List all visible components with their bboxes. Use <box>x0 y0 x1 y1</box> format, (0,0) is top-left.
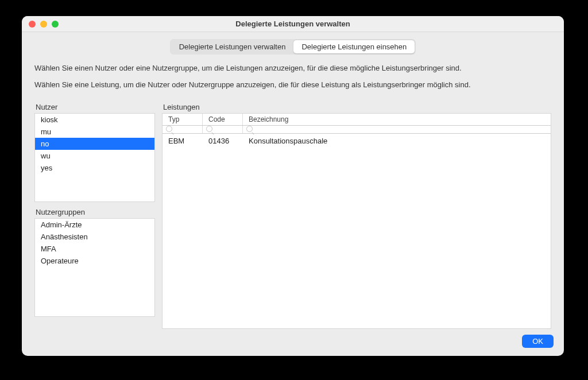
window-title: Delegierte Leistungen verwalten <box>22 20 564 28</box>
group-row[interactable]: Admin-Ärzte <box>35 219 154 231</box>
col-header-bezeichnung[interactable]: Bezeichnung <box>243 114 551 125</box>
groups-section: Nutzergruppen Admin-Ärzte Anästhesisten … <box>34 208 155 317</box>
user-row[interactable]: wu <box>35 150 154 162</box>
user-row[interactable]: no <box>35 138 154 150</box>
table-filter-row <box>163 126 551 134</box>
dialog-window: Delegierte Leistungen verwalten Delegier… <box>22 16 564 356</box>
user-row[interactable]: yes <box>35 162 154 174</box>
traffic-lights <box>29 21 59 28</box>
ok-button[interactable]: OK <box>522 335 554 348</box>
users-listbox[interactable]: kiosk mu no wu yes <box>34 113 155 202</box>
right-column: Leistungen Typ Code Bezeichnung EBM 0143… <box>162 103 551 329</box>
filter-bezeichnung[interactable] <box>243 126 551 133</box>
col-header-typ[interactable]: Typ <box>163 114 203 125</box>
users-label: Nutzer <box>34 103 155 111</box>
close-icon[interactable] <box>29 21 36 28</box>
groups-label: Nutzergruppen <box>34 208 155 216</box>
group-row[interactable]: MFA <box>35 243 154 255</box>
instruction-line-2: Wählen Sie eine Leistung, um die Nutzer … <box>34 80 551 89</box>
cell-typ: EBM <box>163 137 203 145</box>
left-column: Nutzer kiosk mu no wu yes Nutzergruppen … <box>34 103 155 329</box>
col-header-code[interactable]: Code <box>203 114 243 125</box>
dialog-footer: OK <box>22 329 564 356</box>
services-table: Typ Code Bezeichnung EBM 01436 Konsultat… <box>162 113 551 329</box>
cell-code: 01436 <box>203 137 243 145</box>
minimize-icon[interactable] <box>40 21 47 28</box>
group-row[interactable]: Operateure <box>35 255 154 267</box>
tab-view[interactable]: Delegierte Leistungen einsehen <box>293 40 415 53</box>
user-row[interactable]: mu <box>35 126 154 138</box>
titlebar: Delegierte Leistungen verwalten <box>22 16 564 32</box>
main-area: Nutzer kiosk mu no wu yes Nutzergruppen … <box>22 103 564 329</box>
groups-listbox[interactable]: Admin-Ärzte Anästhesisten MFA Operateure <box>34 218 155 317</box>
services-label: Leistungen <box>162 103 551 111</box>
table-row[interactable]: EBM 01436 Konsultationspauschale <box>163 134 551 148</box>
search-icon <box>206 126 212 132</box>
segmented-control: Delegierte Leistungen verwalten Delegier… <box>170 39 416 55</box>
users-section: Nutzer kiosk mu no wu yes <box>34 103 155 202</box>
segmented-control-wrap: Delegierte Leistungen verwalten Delegier… <box>22 32 564 59</box>
filter-code[interactable] <box>203 126 243 133</box>
search-icon <box>246 126 253 132</box>
user-row[interactable]: kiosk <box>35 114 154 126</box>
search-icon <box>166 126 172 132</box>
cell-bezeichnung: Konsultationspauschale <box>243 137 551 145</box>
zoom-icon[interactable] <box>52 21 59 28</box>
filter-typ[interactable] <box>163 126 203 133</box>
instruction-line-1: Wählen Sie einen Nutzer oder eine Nutzer… <box>34 64 551 72</box>
table-header-row: Typ Code Bezeichnung <box>163 114 551 126</box>
group-row[interactable]: Anästhesisten <box>35 231 154 243</box>
instructions: Wählen Sie einen Nutzer oder eine Nutzer… <box>22 59 564 103</box>
table-body: EBM 01436 Konsultationspauschale <box>163 134 551 328</box>
tab-manage[interactable]: Delegierte Leistungen verwalten <box>171 40 294 53</box>
